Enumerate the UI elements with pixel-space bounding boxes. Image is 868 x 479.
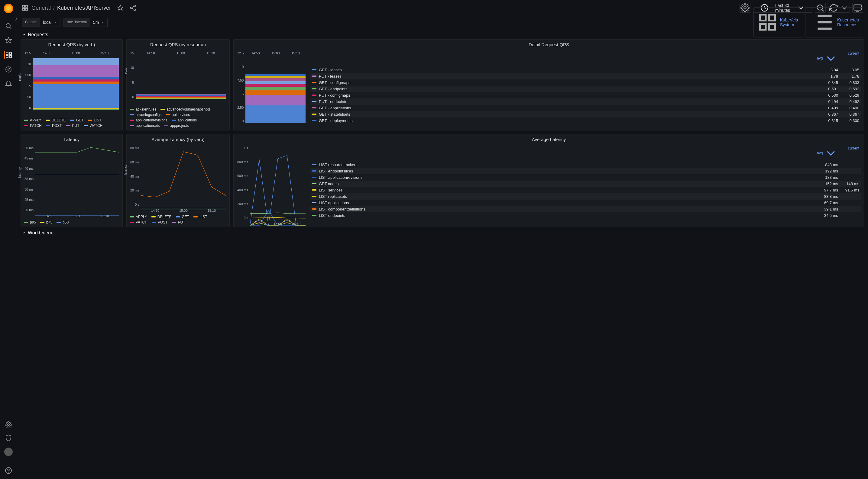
dashboard-settings-button[interactable] [740,3,750,13]
legend-item[interactable]: DELETE [151,215,172,219]
section-requests-header[interactable]: Requests [21,29,864,39]
legend-item[interactable]: POST [46,124,62,128]
chart-plot[interactable]: 14:5015:0015:10 [136,50,226,105]
legend-item[interactable]: applicationsets [130,124,160,128]
legend-label: applicationrevisions [136,118,167,122]
table-row[interactable]: GET - endpoints0.5910.592 [310,86,861,92]
section-workqueue-header[interactable]: WorkQueue [21,227,864,237]
legend-item[interactable]: LIST [193,215,207,219]
var-rate-select[interactable]: 5m [90,18,107,27]
legend-item[interactable]: APPLY [130,215,147,219]
legend-item[interactable]: p75 [40,220,52,225]
row-avg: 83.8 ms [817,194,838,199]
legend-item[interactable]: WATCH [84,124,103,128]
var-rate-interval[interactable]: rate_interval 5m [63,18,108,27]
help-icon[interactable] [5,467,12,474]
panel-latency[interactable]: Latency latency 50 ms45 ms40 ms35 ms30 m… [21,134,123,227]
dashboards-icon[interactable] [4,52,12,59]
star-icon[interactable] [5,37,12,44]
col-avg-header[interactable]: avg [817,146,838,160]
search-icon[interactable] [5,22,12,30]
col-current-header[interactable]: current [838,52,859,66]
panel-detail-request-qps[interactable]: Detail Request QPS req/s 12.5107.5052.50… [233,39,864,131]
table-row[interactable]: LIST services97.7 ms91.5 ms [310,187,861,193]
legend-item[interactable]: DELETE [45,118,66,122]
legend-item[interactable]: advancedvolumesnapshots [160,107,210,111]
legend-item[interactable]: GET [70,118,84,122]
legend-item[interactable]: aliyunlogconfigs [130,113,161,117]
legend-item[interactable]: ackalertrules [130,107,156,111]
legend-item[interactable]: PUT [172,220,185,225]
legend-swatch [312,101,316,102]
table-row[interactable]: GET - statefulsets0.3670.367 [310,111,861,117]
table-row[interactable]: GET - applications0.4090.400 [310,105,861,111]
table-row[interactable]: LIST replicasets83.8 ms [310,193,861,200]
table-row[interactable]: LIST resourcetrackers848 ms [310,162,861,168]
col-current-header[interactable]: current [838,146,859,160]
legend-item[interactable]: applications [172,118,197,122]
legend-item[interactable]: PUT [66,124,80,128]
table-row[interactable]: GET - leases3.043.05 [310,67,861,73]
col-avg-header[interactable]: avg [817,52,838,66]
user-avatar[interactable] [4,448,13,456]
breadcrumb-general[interactable]: General [31,5,51,11]
admin-icon[interactable] [5,434,12,442]
y-tick: 0 [242,119,244,123]
legend-item[interactable]: LIST [88,118,101,122]
legend-item[interactable]: APPLY [24,118,41,122]
x-tick: 15:10 [292,222,301,226]
favorite-star-icon[interactable] [117,4,124,11]
table-row[interactable]: LIST applicationrevisions183 ms [310,174,861,181]
chart-plot[interactable]: 14:5015:0015:10 [33,50,119,116]
row-current: 0.833 [838,80,859,85]
y-axis: 12.5107.5052.500 [237,50,244,129]
panel-request-qps-by-resource[interactable]: Request QPS (by resource) req/s 151050 1… [126,39,230,131]
panel-average-latency[interactable]: Average Latency latency 1 s800 ms600 ms4… [233,134,864,227]
table-row[interactable]: GET - configmaps0.8450.833 [310,79,861,86]
expand-sidebar-icon[interactable] [13,16,19,22]
panel-average-latency-by-verb[interactable]: Average Latency (by verb) latency 80 ms6… [126,134,230,227]
var-cluster[interactable]: Cluster local [22,18,60,27]
share-icon[interactable] [130,4,136,11]
legend-item[interactable]: PATCH [130,220,148,225]
chart-plot[interactable]: 14:5015:0015:10 [245,50,306,129]
panel-request-qps-by-verb[interactable]: Request QPS (by verb) req/s 12.5107.5052… [21,39,123,131]
chart-plot[interactable]: 14:5015:0015:10 [141,145,226,212]
legend-item[interactable]: GET [176,215,189,219]
legend-item[interactable]: appprojects [164,124,189,128]
grafana-logo[interactable] [4,4,13,13]
row-name: LIST endpointslices [319,169,817,173]
table-row[interactable]: LIST endpoints34.5 ms [310,212,861,219]
legend-swatch [46,125,50,126]
chart-plot[interactable]: 14:5015:0015:10 [250,145,306,226]
stacked-band [33,108,119,109]
legend-item[interactable]: p95 [24,220,36,225]
table-row[interactable]: LIST endpointslices192 ms [310,168,861,174]
table-row[interactable]: LIST applications69.7 ms [310,200,861,206]
legend-item[interactable]: applicationrevisions [130,118,167,122]
legend-item[interactable]: p50 [57,220,69,225]
table-row[interactable]: LIST componentdefinitions39.1 ms [310,206,861,212]
explore-icon[interactable] [5,66,12,73]
table-row[interactable]: GET nodes152 ms148 ms [310,181,861,187]
table-row[interactable]: PUT - leases1.781.78 [310,73,861,79]
page-title[interactable]: Kubernetes APIServer [57,5,111,11]
stacked-band [245,84,306,87]
x-tick: 14:50 [45,214,54,218]
table-row[interactable]: PUT - configmaps0.5300.529 [310,92,861,98]
stacked-band [245,105,306,123]
configuration-icon[interactable] [5,421,12,428]
table-row[interactable]: PUT - endpoints0.4940.492 [310,98,861,105]
legend-item[interactable]: apiservices [166,113,190,117]
legend-swatch [172,119,176,121]
table-row[interactable]: GET - deployments0.3150.300 [310,117,861,124]
y-tick: 25 ms [25,198,34,201]
y-axis-label: latency [124,164,127,175]
var-cluster-select[interactable]: local [40,18,60,27]
alerting-icon[interactable] [5,80,12,88]
chevron-down-icon [22,231,26,235]
legend-item[interactable]: PATCH [24,124,42,128]
chart-plot[interactable]: 14:5015:0015:10 [35,145,119,218]
legend-swatch [312,208,316,210]
legend-item[interactable]: POST [152,220,168,225]
